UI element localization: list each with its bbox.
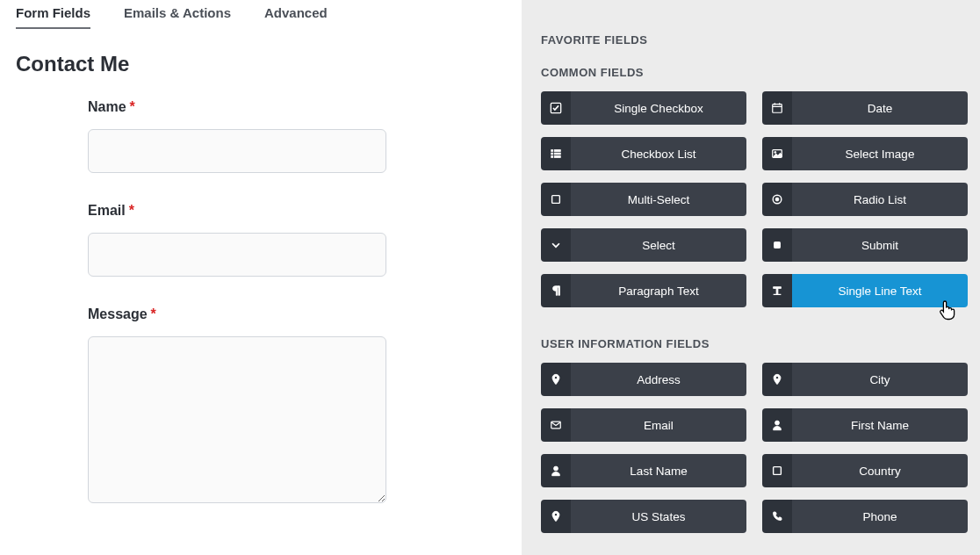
svg-rect-10: [554, 156, 560, 158]
required-asterisk: *: [130, 99, 135, 115]
square-icon: [762, 454, 792, 487]
button-label: First Name: [792, 408, 968, 442]
calendar-icon: [762, 91, 792, 125]
button-label: Radio List: [792, 183, 968, 216]
field-button-country[interactable]: Country: [762, 454, 968, 487]
user-info-fields-heading: USER INFORMATION FIELDS: [541, 337, 968, 350]
svg-rect-1: [773, 105, 782, 113]
paragraph-icon: [541, 274, 571, 307]
field-name[interactable]: Name *: [88, 99, 508, 173]
email-input[interactable]: [88, 233, 386, 277]
fields-panel: FAVORITE FIELDS COMMON FIELDS Single Che…: [522, 0, 980, 555]
field-button-paragraph-text[interactable]: Paragraph Text: [541, 274, 746, 307]
button-label: Select: [571, 228, 746, 262]
field-button-multi-select[interactable]: Multi-Select: [541, 183, 746, 216]
tab-form-fields[interactable]: Form Fields: [16, 4, 90, 29]
field-email-label: Email *: [88, 203, 508, 219]
message-textarea[interactable]: [88, 336, 386, 503]
field-button-phone[interactable]: Phone: [762, 500, 968, 533]
map-pin-icon: [541, 363, 571, 396]
field-name-label: Name *: [88, 99, 508, 115]
phone-icon: [762, 500, 792, 533]
user-info-fields-grid: Address City Email First Name Last Name: [541, 363, 968, 533]
field-button-checkbox-list[interactable]: Checkbox List: [541, 137, 746, 170]
user-icon: [762, 408, 792, 442]
form-title[interactable]: Contact Me: [16, 52, 508, 76]
favorite-fields-heading: FAVORITE FIELDS: [541, 33, 968, 47]
text-icon: [762, 274, 792, 307]
svg-rect-8: [554, 153, 560, 155]
square-icon: [541, 183, 571, 216]
button-label: Address: [571, 363, 746, 396]
button-label: US States: [571, 500, 746, 533]
svg-point-12: [775, 151, 776, 153]
field-message-label: Message *: [88, 306, 508, 322]
radio-icon: [762, 183, 792, 216]
field-button-address[interactable]: Address: [541, 363, 746, 396]
svg-point-15: [775, 198, 779, 201]
user-icon: [541, 454, 571, 487]
map-pin-icon: [541, 500, 571, 533]
field-button-first-name[interactable]: First Name: [762, 408, 968, 442]
field-message[interactable]: Message *: [88, 306, 508, 507]
button-label: Select Image: [792, 137, 968, 170]
field-email[interactable]: Email *: [88, 203, 508, 277]
button-label: Single Line Text: [792, 274, 968, 307]
button-label: Paragraph Text: [571, 274, 746, 307]
square-filled-icon: [762, 228, 792, 262]
field-button-date[interactable]: Date: [762, 91, 968, 125]
label-text: Email: [88, 203, 126, 219]
svg-rect-13: [552, 196, 560, 204]
svg-rect-7: [551, 153, 553, 155]
svg-point-19: [775, 421, 780, 425]
field-button-submit[interactable]: Submit: [762, 228, 968, 262]
chevron-down-icon: [541, 228, 571, 262]
field-button-single-line-text[interactable]: Single Line Text: [762, 274, 968, 307]
svg-point-20: [554, 466, 558, 471]
list-icon: [541, 137, 571, 170]
common-fields-heading: COMMON FIELDS: [541, 66, 968, 79]
svg-rect-5: [551, 150, 553, 152]
button-label: Submit: [792, 228, 968, 262]
button-label: Country: [792, 454, 968, 487]
button-label: City: [792, 363, 968, 396]
label-text: Message: [88, 306, 148, 322]
svg-rect-16: [775, 242, 781, 249]
field-button-single-checkbox[interactable]: Single Checkbox: [541, 91, 746, 125]
form-editor-pane: Form Fields Emails & Actions Advanced Co…: [0, 0, 522, 555]
button-label: Multi-Select: [571, 183, 746, 216]
field-button-radio-list[interactable]: Radio List: [762, 183, 968, 216]
image-icon: [762, 137, 792, 170]
button-label: Date: [792, 91, 968, 125]
field-button-city[interactable]: City: [762, 363, 968, 396]
name-input[interactable]: [88, 129, 386, 173]
button-label: Email: [571, 408, 746, 442]
field-button-last-name[interactable]: Last Name: [541, 454, 746, 487]
envelope-icon: [541, 408, 571, 442]
required-asterisk: *: [151, 306, 156, 322]
field-button-us-states[interactable]: US States: [541, 500, 746, 533]
field-button-select-image[interactable]: Select Image: [762, 137, 968, 170]
svg-rect-6: [554, 150, 560, 152]
button-label: Single Checkbox: [571, 91, 746, 125]
tab-advanced[interactable]: Advanced: [264, 4, 328, 29]
map-pin-icon: [762, 363, 792, 396]
form-preview: Name * Email * Message *: [16, 99, 508, 507]
checkbox-checked-icon: [541, 91, 571, 125]
button-label: Phone: [792, 500, 968, 533]
field-button-email[interactable]: Email: [541, 408, 746, 442]
svg-rect-9: [551, 156, 553, 158]
button-label: Checkbox List: [571, 137, 746, 170]
common-fields-grid: Single Checkbox Date Checkbox List Selec…: [541, 91, 968, 307]
required-asterisk: *: [129, 203, 134, 219]
field-button-select[interactable]: Select: [541, 228, 746, 262]
button-label: Last Name: [571, 454, 746, 487]
label-text: Name: [88, 99, 126, 115]
svg-rect-21: [774, 467, 782, 475]
tab-emails-actions[interactable]: Emails & Actions: [124, 4, 231, 29]
editor-tabs: Form Fields Emails & Actions Advanced: [16, 0, 508, 34]
